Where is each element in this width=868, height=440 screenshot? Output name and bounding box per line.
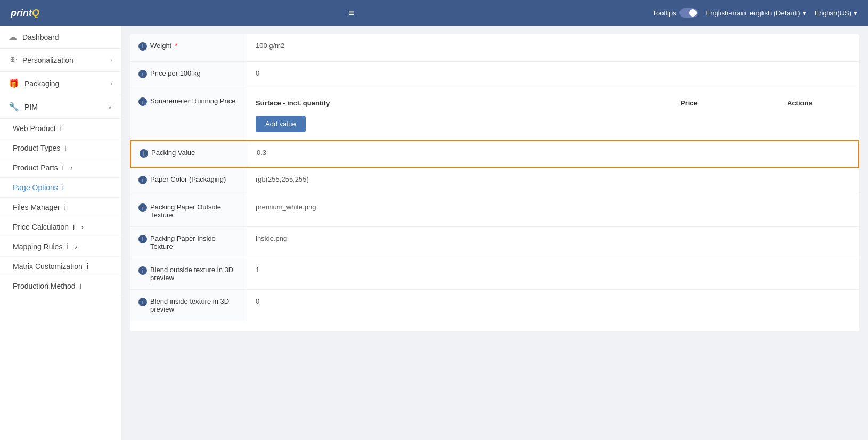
info-icon-product-types: i xyxy=(64,144,66,152)
label-text-squaremeter: Squaremeter Running Price xyxy=(150,97,235,105)
eye-icon: 👁 xyxy=(9,55,17,65)
sidebar-item-matrix-customization[interactable]: Matrix Customization i xyxy=(0,257,121,276)
value-packing-inside: inside.png xyxy=(247,227,859,258)
sidebar-label-price-calculation: Price Calculation xyxy=(13,223,69,231)
sidebar-label-production-method: Production Method xyxy=(13,282,76,290)
sidebar-label-personalization: Personalization xyxy=(22,56,73,64)
chevron-right-icon-mapping: › xyxy=(75,242,78,251)
sidebar-item-product-types[interactable]: Product Types i xyxy=(0,138,121,158)
language-current-chevron: ▾ xyxy=(854,9,857,17)
language-default-chevron: ▾ xyxy=(803,9,806,17)
value-text-price100kg: 0 xyxy=(256,69,259,77)
sidebar-label-matrix-customization: Matrix Customization xyxy=(13,262,83,271)
main-layout: ☁ Dashboard 👁 Personalization › 🎁 Packag… xyxy=(0,26,868,440)
sidebar-label-pim: PIM xyxy=(24,103,38,111)
info-icon-production-method: i xyxy=(80,282,81,290)
sidebar-label-dashboard: Dashboard xyxy=(22,33,59,42)
hamburger-menu[interactable]: ≡ xyxy=(348,7,355,19)
squaremeter-table-header: Surface - incl. quantity Price Actions xyxy=(256,97,851,109)
package-icon: 🎁 xyxy=(9,78,19,88)
cloud-icon: ☁ xyxy=(9,32,17,42)
main-content: i Weight * 100 g/m2 i Price per 100 kg 0 xyxy=(121,26,868,440)
value-paper-color: rgb(255,255,255) xyxy=(247,168,859,195)
form-row-packing-outside: i Packing Paper Outside Texture premium_… xyxy=(130,195,859,227)
tooltips-toggle-container: Tooltips xyxy=(653,8,698,18)
chevron-right-icon-packaging: › xyxy=(110,80,112,87)
sidebar-item-product-parts[interactable]: Product Parts i › xyxy=(0,158,121,178)
sidebar-item-mapping-rules[interactable]: Mapping Rules i › xyxy=(0,237,121,257)
squaremeter-table: Surface - incl. quantity Price Actions xyxy=(256,97,851,109)
sidebar-item-packaging[interactable]: 🎁 Packaging › xyxy=(0,72,121,95)
top-navigation: printQ ≡ Tooltips English-main_english (… xyxy=(0,0,868,26)
col-header-actions: Actions xyxy=(787,97,851,109)
info-icon-product-parts: i xyxy=(62,164,64,172)
info-icon-web-product: i xyxy=(60,124,62,133)
form-row-packing-inside: i Packing Paper Inside Texture inside.pn… xyxy=(130,227,859,258)
value-price-per-100kg: 0 xyxy=(247,62,859,89)
sidebar-item-pim[interactable]: 🔧 PIM ∨ xyxy=(0,95,121,119)
sidebar-item-web-product[interactable]: Web Product i xyxy=(0,119,121,138)
chevron-right-icon: › xyxy=(110,56,112,64)
sidebar-label-mapping-rules: Mapping Rules xyxy=(13,242,62,251)
info-icon-page-options: i xyxy=(62,183,64,192)
info-icon-mapping-rules: i xyxy=(67,242,68,251)
language-current-selector[interactable]: English(US) ▾ xyxy=(815,9,857,17)
label-blend-inside: i Blend inside texture in 3D preview xyxy=(130,290,247,321)
info-icon-packing-inside: i xyxy=(138,235,147,243)
value-packing-value: 0.3 xyxy=(248,141,858,167)
label-price-per-100kg: i Price per 100 kg xyxy=(130,62,247,89)
language-default-selector[interactable]: English-main_english (Default) ▾ xyxy=(706,9,806,17)
sidebar-item-price-calculation[interactable]: Price Calculation i › xyxy=(0,217,121,237)
sidebar-item-personalization[interactable]: 👁 Personalization › xyxy=(0,49,121,72)
add-value-button[interactable]: Add value xyxy=(256,116,306,132)
value-text-blend-inside: 0 xyxy=(256,297,259,305)
info-icon-files-manager: i xyxy=(64,203,66,211)
sidebar-label-packaging: Packaging xyxy=(24,79,59,88)
label-weight: i Weight * xyxy=(130,34,247,61)
top-nav-right: Tooltips English-main_english (Default) … xyxy=(653,8,857,18)
value-text-packing-outside: premium_white.png xyxy=(256,203,316,211)
sidebar-item-production-method[interactable]: Production Method i xyxy=(0,276,121,296)
info-icon-price100kg: i xyxy=(138,70,147,78)
label-text-blend-inside: Blend inside texture in 3D preview xyxy=(150,297,238,313)
sidebar-item-dashboard[interactable]: ☁ Dashboard xyxy=(0,26,121,49)
form-row-paper-color: i Paper Color (Packaging) rgb(255,255,25… xyxy=(130,168,859,195)
form-row-weight: i Weight * 100 g/m2 xyxy=(130,34,859,62)
form-row-packing-value: i Packing Value 0.3 xyxy=(130,140,859,168)
tooltips-toggle[interactable] xyxy=(679,8,698,18)
sidebar-label-product-parts: Product Parts xyxy=(13,164,58,172)
label-squaremeter: i Squaremeter Running Price xyxy=(130,89,247,140)
sidebar-item-files-manager[interactable]: Files Manager i xyxy=(0,198,121,217)
info-icon-blend-outside: i xyxy=(138,266,147,275)
value-text-weight: 100 g/m2 xyxy=(256,42,284,50)
info-icon-matrix-customization: i xyxy=(87,262,88,271)
tooltips-label: Tooltips xyxy=(653,9,676,17)
label-text-weight: Weight xyxy=(150,42,171,50)
form-row-blend-outside: i Blend outside texture in 3D preview 1 xyxy=(130,258,859,290)
label-packing-value: i Packing Value xyxy=(131,141,248,167)
label-text-packing-inside: Packing Paper Inside Texture xyxy=(150,234,238,250)
label-text-price100kg: Price per 100 kg xyxy=(150,69,201,77)
form-row-squaremeter: i Squaremeter Running Price Surface - in… xyxy=(130,89,859,140)
value-packing-outside: premium_white.png xyxy=(247,195,859,226)
value-text-blend-outside: 1 xyxy=(256,266,259,274)
sidebar-label-product-types: Product Types xyxy=(13,144,60,152)
chevron-right-icon-product-parts: › xyxy=(70,164,73,172)
language-default-label: English-main_english (Default) xyxy=(706,9,800,17)
label-packing-outside: i Packing Paper Outside Texture xyxy=(130,195,247,226)
chevron-right-icon-price-calc: › xyxy=(81,223,84,231)
label-packing-inside: i Packing Paper Inside Texture xyxy=(130,227,247,258)
required-star-weight: * xyxy=(175,42,177,50)
sidebar-item-page-options[interactable]: Page Options i xyxy=(0,178,121,198)
form-card: i Weight * 100 g/m2 i Price per 100 kg 0 xyxy=(130,34,859,331)
info-icon-weight: i xyxy=(138,42,147,51)
value-blend-inside: 0 xyxy=(247,290,859,321)
info-icon-packing-outside: i xyxy=(138,203,147,212)
language-current-label: English(US) xyxy=(815,9,851,17)
info-icon-price-calculation: i xyxy=(73,223,75,231)
app-logo: printQ xyxy=(11,7,39,19)
col-header-surface: Surface - incl. quantity xyxy=(256,97,681,109)
info-icon-squaremeter: i xyxy=(138,97,147,106)
wrench-icon: 🔧 xyxy=(9,102,19,112)
value-squaremeter: Surface - incl. quantity Price Actions A… xyxy=(247,89,859,140)
